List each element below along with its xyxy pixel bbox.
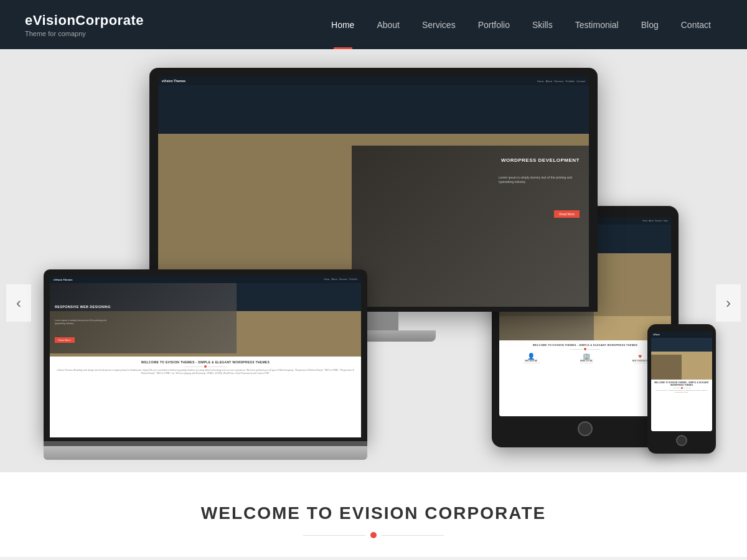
laptop-divider-line-right — [208, 366, 227, 367]
laptop-welcome-heading: WELCOME TO EVISION THEMES - SIMPLE & ELE… — [55, 360, 356, 364]
phone-screen: eVision WELCOME TO EVISION THEMES - SIMP… — [651, 332, 712, 431]
phone: eVision WELCOME TO EVISION THEMES - SIMP… — [647, 324, 716, 454]
tablet-divider — [502, 348, 668, 350]
monitor-nav-link: Portfolio — [566, 80, 575, 83]
navbar: eVisionCorporate Theme for comapny Home … — [0, 0, 747, 49]
monitor-read-more-btn[interactable]: Read More — [554, 210, 580, 218]
devices-container: eVision Themes Home About Services Portf… — [31, 68, 716, 472]
tablet-building-icon: 🏢 — [580, 353, 593, 360]
phone-welcome-text: WELCOME TO EVISION THEMES - SIMPLE & ELE… — [653, 381, 710, 386]
laptop-hinge — [44, 441, 367, 446]
tablet-person-icon: 👤 — [522, 353, 541, 360]
tablet-icons-row: 👤 WHO ARE WE A innovative? We basically … — [502, 353, 668, 364]
nav-item-testimonial[interactable]: Testimonial — [564, 0, 630, 49]
laptop-divider-dot — [204, 365, 207, 368]
tablet-home-button[interactable] — [578, 421, 593, 436]
monitor-nav-link: About — [546, 80, 552, 83]
carousel-next-button[interactable]: › — [716, 284, 741, 322]
monitor-nav-link: Contact — [576, 80, 585, 83]
brand-tagline: Theme for comapny — [25, 30, 144, 37]
nav-item-about[interactable]: About — [365, 0, 411, 49]
laptop-screen-desc: Lorem ipsum is simply dummy text of the … — [55, 319, 117, 325]
laptop: eVision Themes Home About Services Portf… — [44, 269, 367, 460]
monitor-nav-link: Home — [537, 80, 544, 83]
brand: eVisionCorporate Theme for comapny — [25, 12, 144, 37]
carousel-prev-button[interactable]: ‹ — [6, 284, 31, 322]
divider-dot — [370, 532, 377, 538]
hero-section: ‹ › eVision Themes Home About Services — [0, 49, 747, 557]
tablet-heart-icon: ♥ — [632, 353, 649, 360]
nav-item-blog[interactable]: Blog — [630, 0, 670, 49]
laptop-screen-nav: eVision Themes Home About Services Portf… — [50, 276, 361, 283]
laptop-lid: eVision Themes Home About Services Portf… — [44, 269, 367, 441]
brand-name: eVisionCorporate — [25, 12, 144, 29]
welcome-title: WELCOME TO EVISION CORPORATE — [12, 503, 735, 523]
phone-screen-content: eVision WELCOME TO EVISION THEMES - SIMP… — [651, 332, 712, 431]
laptop-screen-content: eVision Themes Home About Services Portf… — [50, 276, 361, 437]
monitor-nav-logo: eVision Themes — [162, 79, 186, 83]
nav-item-services[interactable]: Services — [411, 0, 467, 49]
monitor-nav-bar: eVision Themes Home About Services Portf… — [158, 77, 589, 85]
phone-outer: eVision WELCOME TO EVISION THEMES - SIMP… — [647, 324, 716, 454]
laptop-bottom-section: WELCOME TO EVISION THEMES - SIMPLE & ELE… — [50, 357, 361, 437]
tablet-welcome-section: WELCOME TO EVISION THEMES - SIMPLE & ELE… — [499, 340, 671, 416]
laptop-screen: eVision Themes Home About Services Portf… — [50, 276, 361, 437]
monitor-nav-links: Home About Services Portfolio Contact — [537, 80, 585, 83]
laptop-read-more-btn[interactable]: Read More — [55, 337, 75, 343]
laptop-screen-hero-text: RESPONSIVE WEB DESIGNING — [55, 305, 111, 309]
phone-divider — [653, 387, 710, 389]
laptop-screen-logo: eVision Themes — [54, 278, 72, 281]
nav-menu: Home About Services Portfolio Skills Tes… — [320, 0, 722, 49]
welcome-section: WELCOME TO EVISION CORPORATE — [0, 472, 747, 557]
nav-item-portfolio[interactable]: Portfolio — [467, 0, 521, 49]
divider-line-left — [303, 535, 365, 536]
laptop-screen-nav-links: Home About Services Portfolio — [324, 278, 357, 281]
laptop-divider — [55, 365, 356, 368]
monitor-hero-text: WORDPRESS DEVELOPMENT — [501, 157, 580, 163]
phone-divider-dot — [681, 387, 683, 389]
nav-item-home[interactable]: Home — [320, 0, 365, 49]
divider-line-right — [382, 535, 444, 536]
laptop-body-text: eVision Themes. A leading web design and… — [55, 369, 356, 375]
tablet-welcome-text: WELCOME TO EVISION THEMES - SIMPLE & ELE… — [502, 343, 668, 347]
phone-welcome-section: WELCOME TO EVISION THEMES - SIMPLE & ELE… — [651, 380, 712, 431]
tablet-divider-dot — [584, 348, 586, 350]
monitor-nav-link: Services — [554, 80, 563, 83]
nav-item-contact[interactable]: Contact — [670, 0, 722, 49]
phone-nav: eVision — [651, 332, 712, 338]
laptop-body — [44, 446, 367, 460]
nav-item-skills[interactable]: Skills — [521, 0, 564, 49]
phone-home-button[interactable] — [676, 435, 687, 446]
welcome-divider — [12, 532, 735, 538]
phone-body-text: eVision Themes. A leading web design and… — [653, 390, 710, 394]
laptop-divider-line-left — [184, 366, 203, 367]
